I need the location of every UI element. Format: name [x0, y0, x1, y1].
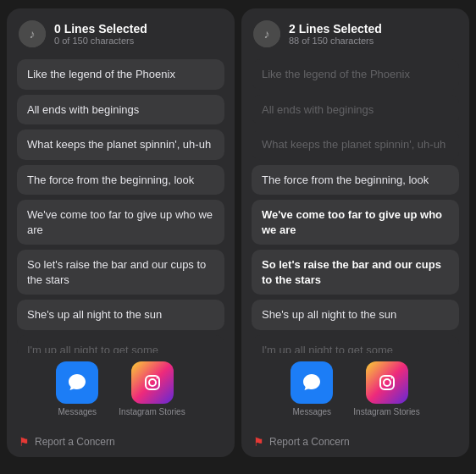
avatar: ♪	[253, 20, 280, 47]
report-text: Report a Concern	[269, 436, 350, 448]
page-wrapper: ♪ 0 Lines Selected0 of 150 charactersLik…	[0, 0, 476, 474]
lines-list: Like the legend of the PhoenixAll ends w…	[241, 56, 469, 353]
header-title: 0 Lines Selected	[54, 22, 147, 36]
header-title: 2 Lines Selected	[289, 22, 382, 36]
share-label-instagram: Instagram Stories	[353, 407, 419, 416]
share-icons: Messages Instagram Stories	[253, 361, 457, 416]
share-section: Messages Instagram Stories	[241, 353, 469, 428]
svg-text:♪: ♪	[30, 27, 36, 41]
line-item[interactable]: What keeps the planet spinnin', uh-uh	[17, 130, 224, 160]
messages-icon	[56, 361, 98, 404]
share-item-instagram[interactable]: Instagram Stories	[353, 361, 419, 416]
report-icon: ⚑	[19, 435, 30, 449]
panel-header: ♪ 0 Lines Selected0 of 150 characters	[7, 8, 235, 56]
instagram-icon	[366, 361, 408, 404]
line-item[interactable]: All ends with beginings	[17, 95, 224, 125]
header-subtitle: 0 of 150 characters	[54, 36, 147, 46]
line-item[interactable]: All ends with beginings	[252, 95, 459, 125]
report-text: Report a Concern	[35, 436, 115, 448]
svg-text:♪: ♪	[264, 27, 270, 41]
share-icons: Messages Instagram Stories	[19, 361, 223, 416]
share-item-messages[interactable]: Messages	[291, 361, 333, 416]
header-text: 0 Lines Selected0 of 150 characters	[54, 22, 147, 46]
messages-icon	[291, 361, 333, 404]
lines-list: Like the legend of the PhoenixAll ends w…	[7, 56, 235, 353]
line-item[interactable]: What keeps the planet spinnin', uh-uh	[252, 130, 459, 160]
line-item[interactable]: The force from the beginning, look	[252, 165, 459, 196]
share-section: Messages Instagram Stories	[7, 353, 235, 428]
line-item[interactable]: I'm up all night to get some	[252, 335, 459, 353]
avatar: ♪	[19, 20, 46, 47]
panel-left: ♪ 0 Lines Selected0 of 150 charactersLik…	[7, 8, 235, 457]
panel-right: ♪ 2 Lines Selected88 of 150 charactersLi…	[241, 8, 469, 457]
header-subtitle: 88 of 150 characters	[289, 36, 382, 46]
header-text: 2 Lines Selected88 of 150 characters	[289, 22, 382, 46]
share-label-messages: Messages	[58, 407, 97, 416]
line-item[interactable]: The force from the beginning, look	[17, 165, 224, 196]
line-item[interactable]: We've come too far to give up who we are	[17, 200, 224, 245]
share-item-messages[interactable]: Messages	[56, 361, 98, 416]
line-item[interactable]: Like the legend of the Phoenix	[252, 59, 459, 90]
svg-point-4	[156, 378, 158, 379]
line-item[interactable]: She's up all night to the sun	[17, 300, 224, 330]
line-item[interactable]: Like the legend of the Phoenix	[17, 59, 224, 90]
share-label-messages: Messages	[293, 407, 332, 416]
panel-header: ♪ 2 Lines Selected88 of 150 characters	[241, 8, 469, 56]
line-item[interactable]: So let's raise the bar and our cups to t…	[17, 250, 224, 295]
svg-point-3	[149, 379, 156, 386]
line-item[interactable]: We've come too far to give up who we are	[252, 200, 459, 245]
footer[interactable]: ⚑Report a Concern	[7, 428, 235, 457]
line-item[interactable]: So let's raise the bar and our cups to t…	[252, 250, 459, 295]
line-item[interactable]: She's up all night to the sun	[252, 300, 459, 330]
footer[interactable]: ⚑Report a Concern	[241, 428, 469, 457]
share-item-instagram[interactable]: Instagram Stories	[119, 361, 185, 416]
svg-point-8	[384, 379, 390, 386]
share-label-instagram: Instagram Stories	[119, 407, 185, 416]
line-item[interactable]: I'm up all night to get some	[17, 335, 224, 353]
svg-point-9	[390, 378, 392, 379]
report-icon: ⚑	[253, 435, 264, 449]
instagram-icon	[131, 361, 174, 404]
